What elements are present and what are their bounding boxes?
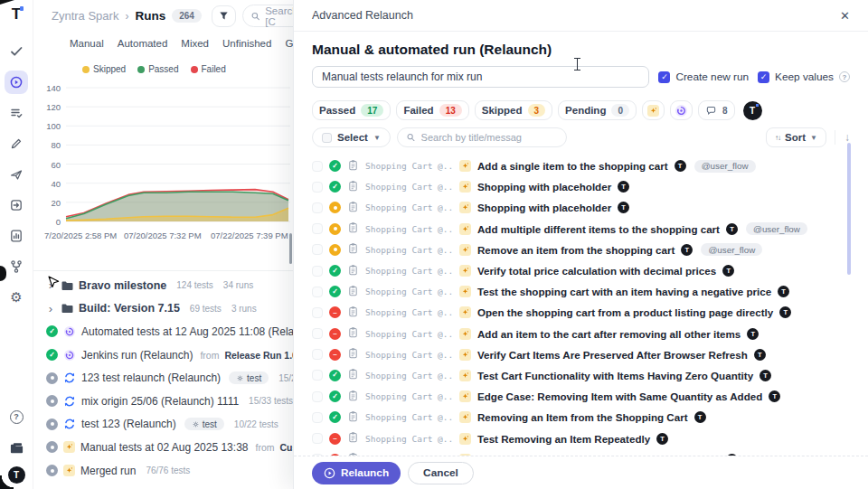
row-checkbox[interactable] [312, 223, 323, 234]
run-row[interactable]: 123 test relaunch (Relaunch)test15/23 te… [33, 366, 294, 390]
row-checkbox[interactable] [312, 244, 323, 255]
docs-icon[interactable] [5, 436, 28, 459]
automated-filter-chip[interactable] [670, 100, 693, 120]
row-checkbox[interactable] [312, 433, 323, 444]
test-row[interactable]: –Shopping Cart @...Test Removing an Item… [294, 428, 868, 448]
export-icon[interactable] [5, 193, 28, 217]
test-row[interactable]: ✓Shopping Cart @...Verify total price ca… [294, 260, 868, 281]
keep-values-help-icon[interactable]: ? [839, 71, 850, 82]
row-checkbox[interactable] [312, 391, 323, 402]
run-row[interactable]: ✓Jenkins run (Relaunch)fromRelease Run 1… [33, 343, 294, 367]
tests-scrollbar[interactable] [847, 143, 851, 275]
test-row[interactable]: ✓Shopping Cart @...Add a single item to … [294, 155, 868, 176]
run-title[interactable]: Manual tests at 02 Aug 2025 13:38 [80, 441, 248, 454]
tests-search[interactable] [397, 127, 567, 147]
test-title[interactable]: Test the shopping cart with an item havi… [477, 286, 771, 297]
test-title[interactable]: Add a single item to the shopping cart [477, 160, 668, 172]
row-checkbox[interactable] [312, 328, 323, 339]
test-title[interactable]: Verify total price calculation with deci… [477, 265, 716, 277]
manual-filter-chip[interactable] [642, 100, 665, 120]
test-row[interactable]: Shopping Cart @...Add multiple different… [294, 219, 868, 240]
run-group-row[interactable]: ›Build: Version 7.1569 tests3 runs [33, 297, 294, 321]
tab-manual[interactable]: Manual [70, 38, 104, 49]
test-title[interactable]: Edge Case: Removing Item with Same Quant… [477, 390, 762, 402]
test-row[interactable]: ✓Shopping Cart @...Test the shopping car… [294, 281, 868, 302]
assignee-filter-avatar[interactable]: T [743, 101, 762, 120]
test-title[interactable]: Test Cart Functionality with Items Havin… [477, 370, 753, 381]
test-row[interactable]: –Shopping Cart @...Open the shopping car… [294, 302, 868, 323]
test-title[interactable]: Test Removing an Item Repeatedly [477, 433, 650, 445]
check-icon[interactable] [5, 40, 28, 63]
create-new-run-checkbox[interactable]: ✓ [658, 71, 670, 83]
test-title[interactable]: Shopping with placeholder [477, 202, 611, 213]
test-title[interactable]: Open the shopping cart from a product li… [477, 306, 773, 318]
test-title[interactable]: Remove an item from the shopping cart [477, 244, 675, 256]
test-title[interactable]: Shopping with placeholder [477, 181, 611, 193]
app-logo[interactable]: T [12, 6, 21, 22]
test-title[interactable]: Add multiple different items to the shop… [477, 223, 720, 235]
keep-values-checkbox[interactable]: ✓ [758, 71, 769, 83]
cancel-button[interactable]: Cancel [408, 462, 474, 484]
filter-chip-passed[interactable]: Passed17 [312, 100, 391, 120]
select-button[interactable]: Select ▼ [312, 127, 391, 147]
test-title[interactable]: Verify Cart Items Are Preserved After Br… [477, 349, 748, 361]
row-checkbox[interactable] [312, 287, 323, 297]
comments-filter-chip[interactable]: 8 [698, 100, 735, 120]
test-row[interactable]: ✓Shopping Cart @...Removing an Item from… [294, 407, 868, 428]
test-row[interactable]: ✓Shopping Cart @...Edge Case: Removing I… [294, 386, 868, 407]
row-checkbox[interactable] [312, 182, 323, 193]
create-new-run-option[interactable]: ✓ Create new run [658, 71, 749, 83]
run-title[interactable]: Automated tests at 12 Aug 2025 11:08 (Re… [81, 325, 294, 338]
filter-funnel-button[interactable] [212, 5, 236, 27]
tab-groups[interactable]: Groups [285, 38, 294, 49]
test-row[interactable]: –Shopping Cart @...Add an item to the ca… [294, 324, 868, 344]
close-icon[interactable]: ✕ [840, 9, 850, 23]
run-title[interactable]: Merged run [80, 465, 136, 477]
test-row[interactable]: ✓Shopping Cart @...Shopping with placeho… [294, 176, 868, 197]
runs-icon[interactable] [5, 71, 28, 94]
filter-chip-failed[interactable]: Failed13 [396, 100, 468, 120]
reports-icon[interactable] [5, 224, 28, 248]
run-group-row[interactable]: ›Bravo milestone124 tests34 runs [33, 274, 294, 297]
compose-pen-icon[interactable] [5, 132, 28, 155]
expand-chevron-icon[interactable]: › [46, 303, 55, 315]
run-title[interactable]: mix origin 25/06 (Relaunch) 1111 [81, 395, 239, 408]
tab-automated[interactable]: Automated [118, 38, 168, 49]
run-title[interactable]: Build: Version 7.15 [79, 302, 180, 315]
run-row[interactable]: Merged run76/76 tests [33, 459, 294, 483]
sort-button[interactable]: ↑↓ Sort ▼ [766, 127, 826, 147]
test-title[interactable]: Removing an Item from the Shopping Cart [477, 411, 688, 423]
run-title[interactable]: 123 test relaunch (Relaunch) [81, 371, 221, 384]
row-checkbox[interactable] [312, 370, 323, 381]
row-checkbox[interactable] [312, 349, 323, 360]
test-title[interactable]: Add an item to the cart after removing a… [477, 328, 741, 340]
test-row[interactable]: ✓Shopping Cart @...Test Cart Functionali… [294, 365, 868, 386]
run-title[interactable]: Jenkins run (Relaunch) [81, 349, 193, 362]
test-row[interactable]: –Shopping Cart @...Verify Cart Items Are… [294, 344, 868, 365]
tab-mixed[interactable]: Mixed [181, 38, 209, 49]
keep-values-option[interactable]: ✓ Keep values ? [758, 71, 850, 83]
tests-search-input[interactable] [421, 132, 558, 143]
test-row[interactable]: Shopping Cart @...Shopping with placehol… [294, 197, 868, 218]
relaunch-button[interactable]: Relaunch [312, 462, 401, 484]
tab-unfinished[interactable]: Unfinished [222, 38, 271, 49]
filter-chip-pending[interactable]: Pending0 [558, 100, 637, 120]
run-title[interactable]: test 123 (Relaunch) [81, 418, 176, 430]
test-suites-icon[interactable] [5, 101, 28, 125]
run-row[interactable]: ✓Automated tests at 12 Aug 2025 11:08 (R… [33, 320, 294, 343]
row-checkbox[interactable] [312, 266, 323, 277]
branches-icon[interactable] [5, 255, 28, 278]
row-checkbox[interactable] [312, 202, 323, 213]
filter-chip-skipped[interactable]: Skipped3 [475, 100, 552, 120]
row-checkbox[interactable] [312, 307, 323, 318]
breadcrumb-project[interactable]: Zyntra Spark [52, 9, 118, 23]
settings-gear-icon[interactable]: ⚙ [5, 286, 28, 309]
run-title-input[interactable] [312, 66, 649, 88]
left-panel-scrollbar[interactable] [289, 233, 292, 264]
test-row[interactable]: Shopping Cart @...Remove an item from th… [294, 240, 868, 260]
run-title[interactable]: Bravo milestone [79, 279, 166, 292]
flaky-plane-icon[interactable] [5, 163, 28, 186]
run-row[interactable]: Manual tests at 02 Aug 2025 13:38fromCus… [33, 436, 294, 459]
run-row[interactable]: mix origin 25/06 (Relaunch) 111115/33 te… [33, 390, 294, 413]
row-checkbox[interactable] [312, 412, 323, 423]
